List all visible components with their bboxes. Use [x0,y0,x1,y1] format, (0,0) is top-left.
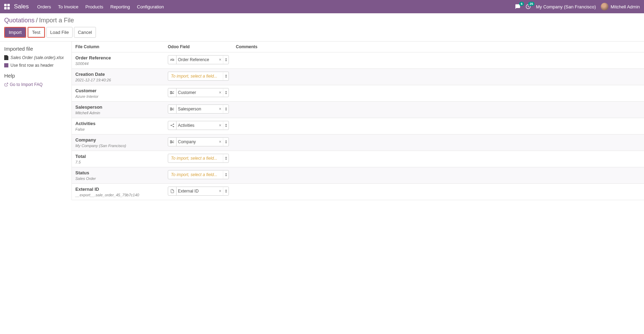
table-row: ActivitiesFalseActivities× [72,118,644,135]
table-row: CustomerAzure InteriorCustomer× [72,85,644,102]
field-select[interactable]: To import, select a field... [168,72,229,81]
svg-point-11 [173,124,174,125]
nav-configuration[interactable]: Configuration [137,4,164,9]
activities-icon[interactable]: 25 [525,4,531,9]
row-label: Status [75,170,168,175]
field-text: Company [177,139,217,144]
row-label: Order Reference [75,55,168,60]
field-select[interactable]: Customer× [168,88,229,97]
svg-point-12 [173,126,174,127]
clear-icon[interactable]: × [217,139,223,144]
activities-badge: 25 [528,2,534,6]
messages-badge: 6 [519,2,524,6]
nav-to-invoice[interactable]: To Invoice [58,4,78,9]
row-label: Total [75,154,168,159]
field-text: To import, select a field... [168,172,223,177]
svg-point-4 [173,92,173,92]
updown-icon[interactable] [223,72,229,80]
field-type-icon [168,121,177,130]
navbar: Sales Orders To Invoice Products Reporti… [0,0,644,13]
table-header: File Column Odoo Field Comments [72,42,644,52]
table-row: External ID__export__.sale_order_45_79b7… [72,184,644,200]
svg-point-8 [173,108,173,108]
messages-icon[interactable]: 6 [515,4,521,9]
row-label: Salesperson [75,104,168,110]
row-sample: 7.5 [75,160,168,164]
row-label: Company [75,137,168,143]
row-sample: S00044 [75,61,168,66]
row-label: Activities [75,121,168,126]
first-row-label: Use first row as header [10,63,53,68]
row-label: External ID [75,187,168,192]
table-row: CompanyMy Company (San Francisco)Company… [72,135,644,151]
faq-link[interactable]: Go to Import FAQ [4,82,67,87]
svg-point-9 [173,110,173,110]
button-row: Import Test Load File Cancel [4,27,640,38]
nav-products[interactable]: Products [85,4,103,9]
header-comments: Comments [236,44,641,49]
header-area: Quotations/Import a File Import Test Loa… [0,13,644,38]
imported-file-title: Imported file [4,46,67,52]
row-label: Customer [75,88,168,93]
help-title: Help [4,73,67,79]
main-area: File Column Odoo Field Comments Order Re… [72,42,644,200]
svg-rect-3 [170,93,172,94]
row-sample: Sales Order [75,176,168,181]
field-type-icon: Ab [168,56,177,64]
svg-point-10 [171,125,172,126]
company-switcher[interactable]: My Company (San Francisco) [536,4,596,9]
field-type-icon [168,88,177,97]
breadcrumb-sep: / [36,17,38,24]
app-title[interactable]: Sales [14,3,29,10]
nav-reporting[interactable]: Reporting [110,4,130,9]
updown-icon[interactable] [223,88,229,97]
apps-icon[interactable] [4,4,10,9]
header-odoo-field: Odoo Field [168,44,236,49]
svg-rect-7 [170,109,172,110]
file-line: Sales Order (sale.order).xlsx [4,55,67,60]
field-select[interactable]: Salesperson× [168,104,229,114]
load-file-button[interactable]: Load File [46,27,73,38]
field-select[interactable]: To import, select a field... [168,170,229,179]
table-row: Order ReferenceS00044AbOrder Reference× [72,52,644,69]
clear-icon[interactable]: × [217,107,223,111]
test-button[interactable]: Test [28,28,44,37]
field-text: External ID [177,189,217,194]
updown-icon[interactable] [223,56,229,64]
updown-icon[interactable] [223,105,229,113]
row-sample: Mitchell Admin [75,111,168,115]
field-select[interactable]: Company× [168,137,229,146]
updown-icon[interactable] [223,154,229,162]
user-menu[interactable]: Mitchell Admin [601,3,640,10]
updown-icon[interactable] [223,121,229,130]
field-select[interactable]: To import, select a field... [168,154,229,163]
updown-icon[interactable] [223,187,229,195]
updown-icon[interactable] [223,138,229,146]
clear-icon[interactable]: × [217,90,223,95]
highlight-import: Import [4,27,26,38]
clear-icon[interactable]: × [217,57,223,62]
nav-right: 6 25 My Company (San Francisco) Mitchell… [515,3,640,10]
cancel-button[interactable]: Cancel [74,27,96,38]
import-button[interactable]: Import [5,28,25,37]
breadcrumb-current: Import a File [39,17,74,24]
nav-menu: Orders To Invoice Products Reporting Con… [37,4,515,9]
clear-icon[interactable]: × [217,189,223,194]
svg-point-16 [173,143,173,143]
field-select[interactable]: AbOrder Reference× [168,55,229,64]
clear-icon[interactable]: × [217,123,223,128]
field-type-icon [168,187,177,195]
field-select[interactable]: External ID× [168,187,229,196]
updown-icon[interactable] [223,170,229,179]
field-text: To import, select a field... [168,156,223,161]
svg-rect-13 [170,141,172,141]
first-row-checkbox[interactable]: Use first row as header [4,63,67,68]
svg-rect-6 [170,108,172,109]
nav-orders[interactable]: Orders [37,4,51,9]
header-file-column: File Column [75,44,168,49]
field-select[interactable]: Activities× [168,121,229,130]
field-text: Activities [177,123,217,128]
breadcrumb-link[interactable]: Quotations [4,17,35,24]
row-sample: Azure Interior [75,94,168,99]
field-type-icon [168,105,177,113]
